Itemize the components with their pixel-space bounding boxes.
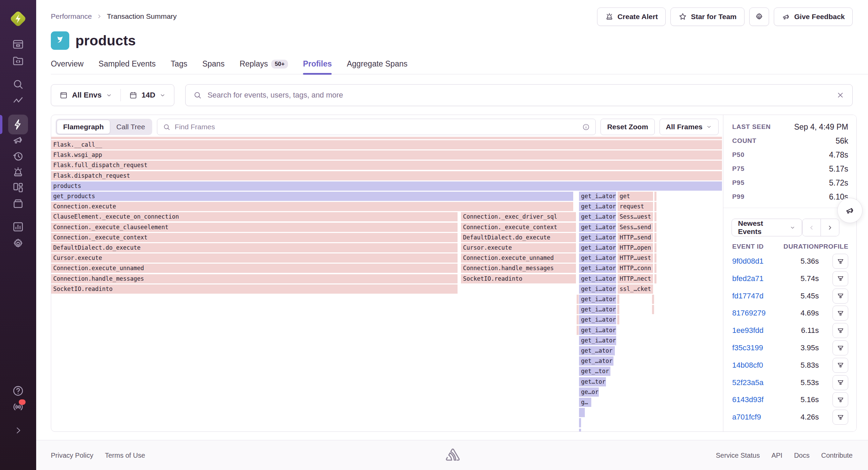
sidebar-item-search[interactable] bbox=[10, 76, 26, 92]
frame-sess-send[interactable]: Sess…send bbox=[618, 223, 653, 232]
frame-block[interactable] bbox=[652, 305, 654, 314]
event-id-link[interactable]: fd17747d bbox=[732, 292, 778, 300]
frame-get-tor[interactable]: get…tor bbox=[579, 377, 606, 386]
sidebar-item-dashboards[interactable] bbox=[10, 179, 26, 196]
frame-block[interactable] bbox=[577, 315, 579, 324]
frame-connection-execute-unnamed[interactable]: Connection.execute_unnamed bbox=[461, 253, 576, 263]
frame-clauseelement-execute-on-connection[interactable]: ClauseElement._execute_on_connection bbox=[51, 212, 458, 221]
event-id-link[interactable]: a701fcf9 bbox=[732, 413, 778, 422]
frame-block[interactable] bbox=[577, 305, 579, 314]
frame-flask-dispatch-request[interactable]: Flask.dispatch_request bbox=[51, 171, 722, 180]
sidebar-item-megaphone[interactable] bbox=[10, 132, 26, 148]
frame-http-send[interactable]: HTTP…send bbox=[618, 233, 653, 242]
view-profile-button[interactable] bbox=[833, 340, 848, 355]
find-frames-input[interactable] bbox=[175, 123, 578, 131]
gear-settings-button[interactable] bbox=[749, 8, 769, 26]
frame-get-i-ator[interactable]: get_i…ator bbox=[579, 264, 616, 273]
sidebar-item-crons-clock[interactable] bbox=[10, 148, 26, 164]
sidebar-item-broadcast[interactable] bbox=[10, 399, 26, 415]
event-id-link[interactable]: 14b08cf0 bbox=[732, 361, 778, 370]
frame-get-i-ator[interactable]: get_i…ator bbox=[579, 315, 616, 324]
sidebar-item-help[interactable] bbox=[10, 383, 26, 399]
frame-block[interactable] bbox=[654, 212, 656, 221]
view-profile-button[interactable] bbox=[833, 375, 848, 390]
footer-link-privacy-policy[interactable]: Privacy Policy bbox=[51, 452, 93, 459]
event-id-link[interactable]: f35c3199 bbox=[732, 343, 778, 352]
call-tree-view-button[interactable]: Call Tree bbox=[110, 120, 151, 134]
event-id-link[interactable]: 52f23a5a bbox=[732, 378, 778, 387]
close-icon[interactable] bbox=[836, 91, 845, 100]
sidebar-item-collapse-chevron[interactable] bbox=[10, 422, 26, 439]
sentry-logo-icon[interactable] bbox=[8, 9, 28, 29]
frame-get-i-ator[interactable]: get_i…ator bbox=[579, 284, 616, 294]
star-for-team-button[interactable]: Star for Team bbox=[670, 8, 744, 26]
frame-block[interactable] bbox=[579, 418, 581, 427]
frame-get-i-ator[interactable]: get_i…ator bbox=[579, 223, 616, 232]
reset-zoom-button[interactable]: Reset Zoom bbox=[601, 119, 654, 135]
view-profile-button[interactable] bbox=[833, 306, 848, 321]
view-profile-button[interactable] bbox=[833, 323, 848, 338]
frame-block[interactable] bbox=[654, 243, 656, 252]
sidebar-item-settings-gear[interactable] bbox=[10, 235, 26, 252]
frame-ssl-cket[interactable]: ssl_…cket bbox=[618, 284, 653, 294]
frame-flask-call-[interactable]: Flask.__call__ bbox=[51, 140, 722, 149]
frame-get-i-ator[interactable]: get_i…ator bbox=[579, 336, 616, 345]
frame-get-ator[interactable]: get_…ator bbox=[579, 346, 615, 355]
event-id-link[interactable]: 1ee93fdd bbox=[732, 326, 778, 335]
frame-http-nect[interactable]: HTTP…nect bbox=[618, 274, 653, 283]
event-id-link[interactable]: 9f0d08d1 bbox=[732, 257, 778, 266]
frame-block[interactable] bbox=[51, 137, 722, 139]
view-profile-button[interactable] bbox=[833, 254, 848, 269]
frame-defaultdialect-do-execute[interactable]: DefaultDialect.do_execute bbox=[461, 233, 576, 242]
frame-http-open[interactable]: HTTP…open bbox=[618, 243, 653, 252]
frame-connection-execute[interactable]: Connection.execute bbox=[51, 202, 573, 211]
footer-link-api[interactable]: API bbox=[771, 452, 782, 459]
frame-get-i-ator[interactable]: get_i…ator bbox=[579, 212, 616, 221]
frame-connection-handle-messages[interactable]: Connection.handle_messages bbox=[461, 264, 576, 273]
frames-filter-dropdown[interactable]: All Frames bbox=[660, 119, 719, 135]
flamegraph-view-button[interactable]: Flamegraph bbox=[57, 120, 110, 134]
feedback-fab-button[interactable] bbox=[837, 198, 863, 223]
event-id-link[interactable]: bfed2a71 bbox=[732, 274, 778, 283]
breadcrumb-performance[interactable]: Performance bbox=[51, 12, 92, 20]
frame-g-[interactable]: g… bbox=[579, 398, 591, 407]
create-alert-button[interactable]: Create Alert bbox=[597, 8, 666, 26]
frame-http-uest[interactable]: HTTP…uest bbox=[618, 253, 653, 263]
frame-get-i-ator[interactable]: get_i…ator bbox=[579, 192, 616, 201]
info-icon[interactable] bbox=[582, 123, 590, 131]
frame-connection-execute-context[interactable]: Connection._execute_context bbox=[51, 233, 458, 242]
footer-link-contribute[interactable]: Contribute bbox=[821, 452, 853, 459]
frame-block[interactable] bbox=[577, 295, 579, 304]
frame-connection-exec-driver-sql[interactable]: Connection._exec_driver_sql bbox=[461, 212, 576, 221]
view-profile-button[interactable] bbox=[833, 392, 848, 407]
sidebar-item-projects[interactable] bbox=[10, 53, 26, 69]
frame-connection-execute-unnamed[interactable]: Connection.execute_unnamed bbox=[51, 264, 458, 273]
event-id-link[interactable]: 81769279 bbox=[732, 309, 778, 318]
frame-block[interactable] bbox=[617, 305, 619, 314]
date-range-filter[interactable]: 14D bbox=[121, 91, 174, 100]
frame-get-i-ator[interactable]: get_i…ator bbox=[579, 243, 616, 252]
frame-get-i-ator[interactable]: get_i…ator bbox=[579, 326, 616, 335]
flamegraph[interactable]: Flask.__call__Flask.wsgi_appFlask.full_d… bbox=[51, 137, 723, 431]
frame-get-tor[interactable]: get_…tor bbox=[579, 367, 610, 376]
frame-get-i-ator[interactable]: get_i…ator bbox=[579, 305, 616, 314]
frame-sess-uest[interactable]: Sess…uest bbox=[618, 212, 653, 221]
frame-request[interactable]: request bbox=[618, 202, 653, 211]
tab-replays[interactable]: Replays50+ bbox=[240, 59, 288, 74]
give-feedback-button[interactable]: Give Feedback bbox=[774, 8, 853, 26]
frame-connection-handle-messages[interactable]: Connection.handle_messages bbox=[51, 274, 458, 283]
frame-get-i-ator[interactable]: get_i…ator bbox=[579, 253, 616, 263]
frame-connection-execute-clauseelement[interactable]: Connection._execute_clauseelement bbox=[51, 223, 458, 232]
sidebar-item-alerts-siren[interactable] bbox=[10, 164, 26, 180]
frame-connection-execute-context[interactable]: Connection._execute_context bbox=[461, 223, 576, 232]
frame-get-i-ator[interactable]: get_i…ator bbox=[579, 274, 616, 283]
frame-block[interactable] bbox=[654, 202, 656, 211]
sidebar-item-discover[interactable] bbox=[10, 92, 26, 109]
frame-block[interactable] bbox=[577, 326, 579, 335]
frame-cursor-execute[interactable]: Cursor.execute bbox=[51, 253, 458, 263]
frame-cursor-execute[interactable]: Cursor.execute bbox=[461, 243, 576, 252]
frame-get-i-ator[interactable]: get_i…ator bbox=[579, 295, 616, 304]
frame-block[interactable] bbox=[579, 429, 581, 431]
frame-get-i-ator[interactable]: get_i…ator bbox=[579, 233, 616, 242]
footer-link-docs[interactable]: Docs bbox=[794, 452, 810, 459]
